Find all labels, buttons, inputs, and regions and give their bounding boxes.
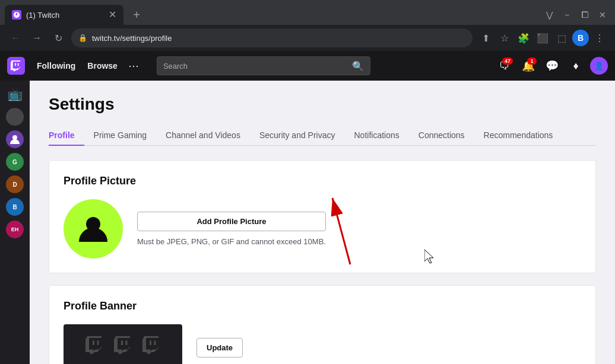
whisper-icon: 💬 — [546, 59, 559, 72]
tab-security-privacy[interactable]: Security and Privacy — [250, 126, 345, 146]
tab-recommendations[interactable]: Recommendations — [474, 126, 563, 146]
activity-badge: 47 — [502, 58, 513, 65]
sidebar-video-icon[interactable]: 📺 — [6, 85, 24, 103]
tab-connections[interactable]: Connections — [409, 126, 474, 146]
tab-profile[interactable]: Profile — [49, 126, 84, 146]
address-box[interactable]: 🔒 twitch.tv/settings/profile — [71, 28, 473, 47]
sidebar-avatar-4[interactable]: D — [6, 175, 24, 193]
win-minimize-button[interactable]: − — [559, 7, 575, 23]
notification-badge: 1 — [527, 58, 537, 65]
add-profile-picture-button[interactable]: Add Profile Picture — [137, 212, 326, 231]
extension-puzzle-button[interactable]: 🧩 — [515, 30, 532, 46]
toolbar-actions: ⬆ ☆ 🧩 ⬛ ⬚ B ⋮ — [477, 30, 608, 46]
profile-pic-info: Add Profile Picture Must be JPEG, PNG, o… — [137, 212, 326, 246]
profile-pic-placeholder — [64, 199, 123, 258]
tab-favicon — [12, 10, 21, 20]
twitch-right-nav: 🗨 47 🔔 1 💬 ♦ 👤 — [495, 56, 608, 75]
share-button[interactable]: ⬆ — [477, 30, 494, 46]
win-close-button[interactable]: ✕ — [595, 7, 610, 23]
nav-browse[interactable]: Browse — [83, 59, 122, 73]
twitch-app: Following Browse ⋯ 🔍 🗨 47 🔔 1 💬 ♦ — [0, 51, 615, 364]
win-maximize-button[interactable]: ⧠ — [577, 7, 592, 23]
whispers-button[interactable]: 💬 — [543, 56, 562, 75]
browser-profile-button[interactable]: B — [572, 30, 589, 46]
user-avatar[interactable]: 👤 — [590, 57, 608, 75]
refresh-button[interactable]: ↻ — [50, 30, 66, 46]
nav-following[interactable]: Following — [32, 59, 80, 73]
win-menu-button[interactable]: ⋁ — [541, 7, 557, 23]
profile-sync-button[interactable]: ⬚ — [553, 30, 570, 46]
search-input[interactable] — [163, 62, 347, 71]
tab-close-button[interactable]: ✕ — [109, 10, 116, 20]
tab-channel-videos[interactable]: Channel and Videos — [156, 126, 250, 146]
profile-pic-content: Add Profile Picture Must be JPEG, PNG, o… — [64, 199, 581, 258]
sidebar-avatar-2[interactable] — [6, 130, 24, 148]
search-box[interactable]: 🔍 — [157, 56, 370, 75]
activity-feed-button[interactable]: 🗨 47 — [495, 56, 514, 75]
profile-picture-section: Profile Picture Add Profile Picture Must… — [49, 160, 596, 273]
active-tab[interactable]: (1) Twitch ✕ — [5, 5, 123, 25]
lock-icon: 🔒 — [78, 34, 87, 42]
settings-main: Settings Profile Prime Gaming Channel an… — [30, 81, 615, 364]
back-button[interactable]: ← — [7, 30, 24, 46]
banner-content: Update — [64, 324, 581, 364]
profile-banner-section: Profile Banner Update — [49, 285, 596, 364]
address-bar-row: ← → ↻ 🔒 twitch.tv/settings/profile ⬆ ☆ 🧩… — [0, 25, 615, 51]
update-banner-button[interactable]: Update — [196, 338, 243, 357]
profile-banner-title: Profile Banner — [64, 300, 581, 312]
tab-title: (1) Twitch — [26, 11, 104, 20]
sidebar-avatar-6[interactable]: EH — [6, 221, 24, 238]
twitch-logo[interactable] — [7, 57, 25, 75]
twitch-sidebar: 📺 G D B EH — [0, 81, 30, 364]
avatar-icon: 👤 — [594, 62, 604, 71]
sidebar-avatar-3[interactable]: G — [6, 153, 24, 171]
tab-bar: (1) Twitch ✕ + ⋁ − ⧠ ✕ — [0, 0, 615, 25]
window-controls: ⋁ − ⧠ ✕ — [541, 7, 610, 23]
media-button[interactable]: ⬛ — [534, 30, 551, 46]
svg-point-0 — [12, 135, 17, 140]
notifications-button[interactable]: 🔔 1 — [519, 56, 538, 75]
browser-chrome: (1) Twitch ✕ + ⋁ − ⧠ ✕ ← → ↻ 🔒 twitch.tv… — [0, 0, 615, 51]
twitch-content-wrapper: Settings Profile Prime Gaming Channel an… — [30, 81, 615, 364]
banner-actions: Update — [196, 333, 243, 357]
profile-picture-requirements: Must be JPEG, PNG, or GIF and cannot exc… — [137, 237, 326, 246]
twitch-body: 📺 G D B EH Settings P — [0, 81, 615, 364]
sidebar-avatar-5[interactable]: B — [6, 198, 24, 216]
search-icon[interactable]: 🔍 — [352, 60, 364, 72]
twitch-nav: Following Browse ⋯ — [32, 57, 142, 75]
bookmark-button[interactable]: ☆ — [496, 30, 513, 46]
banner-logo-pattern — [83, 336, 163, 354]
tab-prime-gaming[interactable]: Prime Gaming — [84, 126, 156, 146]
profile-picture-title: Profile Picture — [64, 175, 581, 187]
banner-image-placeholder — [64, 324, 182, 364]
twitch-topbar: Following Browse ⋯ 🔍 🗨 47 🔔 1 💬 ♦ — [0, 51, 615, 81]
sidebar-avatar-1[interactable] — [6, 108, 24, 126]
twitch-search: 🔍 — [157, 56, 370, 75]
url-text: twitch.tv/settings/profile — [92, 34, 172, 43]
settings-title: Settings — [49, 95, 596, 114]
new-tab-button[interactable]: + — [128, 7, 145, 23]
forward-button[interactable]: → — [28, 30, 45, 46]
tab-notifications[interactable]: Notifications — [345, 126, 409, 146]
crown-button[interactable]: ♦ — [566, 56, 585, 75]
crown-icon: ♦ — [573, 60, 578, 72]
browser-menu-button[interactable]: ⋮ — [591, 30, 608, 46]
settings-tabs: Profile Prime Gaming Channel and Videos … — [49, 126, 596, 146]
nav-more-button[interactable]: ⋯ — [125, 57, 142, 75]
